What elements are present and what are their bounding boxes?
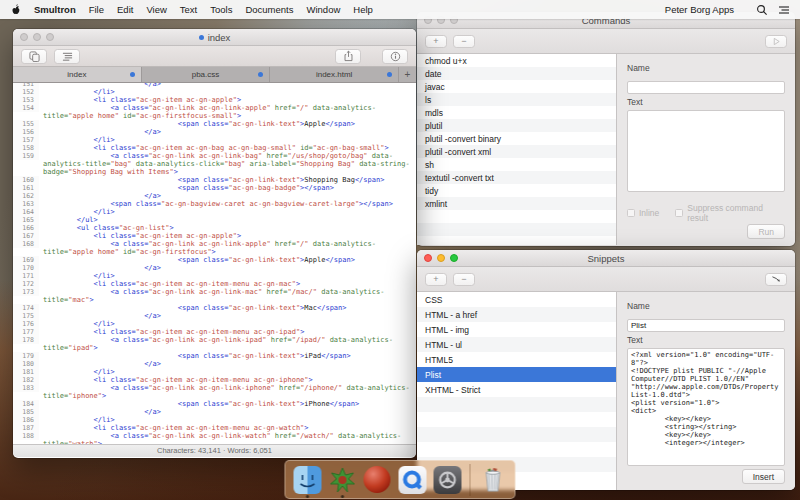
snippet-text-area[interactable]: <?xml version="1.0" encoding="UTF-8"?> <…: [627, 348, 785, 466]
inline-checkbox[interactable]: Inline: [627, 208, 659, 218]
remove-command-button[interactable]: −: [453, 35, 475, 48]
snippet-item[interactable]: Plist: [417, 367, 616, 382]
commands-detail-pane: Name Text Inline Suppress command result…: [617, 54, 795, 245]
menu-item-tools[interactable]: Tools: [210, 4, 232, 15]
command-empty-row: [417, 223, 616, 236]
tab-index.html[interactable]: index.html: [270, 67, 399, 82]
code-line: 168 <a class="ac-gn-link ac-gn-link-appl…: [13, 240, 416, 256]
tab-bar: indexpba.cssindex.html+: [13, 67, 416, 83]
remove-snippet-button[interactable]: −: [453, 273, 475, 286]
code-line: 154 <a class="ac-gn-link ac-gn-link-appl…: [13, 104, 416, 120]
code-line: 180 </a>: [13, 360, 416, 368]
menu-item-text[interactable]: Text: [180, 4, 197, 15]
menu-app-name[interactable]: Smultron: [34, 4, 76, 15]
menu-item-view[interactable]: View: [146, 4, 166, 15]
info-icon[interactable]: [382, 49, 408, 64]
share-icon[interactable]: [335, 49, 361, 64]
new-tab-button[interactable]: +: [399, 67, 416, 82]
code-editor[interactable]: 151 </a>152 </li>153 <li class="ac-gn-it…: [13, 83, 416, 444]
code-line: 173 <a class="ac-gn-link ac-gn-link-mac"…: [13, 288, 416, 304]
code-line: 172 <li class="ac-gn-item ac-gn-item-men…: [13, 280, 416, 288]
code-line: 160 <span class="ac-gn-link-text">Shoppi…: [13, 176, 416, 184]
command-item[interactable]: tidy: [417, 184, 616, 197]
editor-window: index indexpba.cssindex.html+ 151 </a>15…: [13, 29, 416, 458]
commands-toolbar: + −: [417, 29, 795, 54]
commands-window: Commands + − chmod u+xdatejavaclsmdlsplu…: [417, 12, 795, 246]
command-item[interactable]: javac: [417, 80, 616, 93]
search-icon[interactable]: [756, 4, 768, 16]
tab-index[interactable]: index: [13, 67, 142, 82]
code-line: 176 </li>: [13, 320, 416, 328]
snippets-window: Snippets + − CSSHTML - a hrefHTML - imgH…: [417, 250, 795, 490]
code-line: 158 <li class="ac-gn-item ac-gn-bag ac-g…: [13, 144, 416, 152]
apple-menu-icon[interactable]: [10, 3, 22, 16]
snippet-item[interactable]: CSS: [417, 292, 616, 307]
tab-pba.css[interactable]: pba.css: [142, 67, 271, 82]
quicktime-icon[interactable]: [398, 465, 427, 494]
snippet-name-input[interactable]: [627, 319, 785, 332]
smultron-icon[interactable]: [328, 465, 357, 494]
notification-center-icon[interactable]: [778, 4, 790, 16]
line-list-icon[interactable]: [54, 49, 80, 64]
snippet-item[interactable]: HTML - a href: [417, 307, 616, 322]
commands-list[interactable]: chmod u+xdatejavaclsmdlsplutilplutil -co…: [417, 54, 617, 245]
code-line: 163 <span class="ac-gn-bagview-caret ac-…: [13, 200, 416, 208]
menu-item-window[interactable]: Window: [307, 4, 341, 15]
menu-right-text[interactable]: Peter Borg Apps: [665, 4, 734, 15]
suppress-result-checkbox[interactable]: Suppress command result: [675, 203, 785, 223]
menu-item-help[interactable]: Help: [353, 4, 373, 15]
code-line: 157 </li>: [13, 136, 416, 144]
code-line: 183 <a class="ac-gn-link ac-gn-link-ipho…: [13, 384, 416, 400]
code-line: 177 <li class="ac-gn-item ac-gn-item-men…: [13, 328, 416, 336]
snippet-item[interactable]: XHTML - Strict: [417, 382, 616, 397]
command-item[interactable]: xmlint: [417, 197, 616, 210]
editor-titlebar[interactable]: index: [13, 29, 416, 46]
command-empty-row: [417, 236, 616, 245]
code-line: 167 <li class="ac-gn-item ac-gn-apple">: [13, 232, 416, 240]
command-item[interactable]: textutil -convert txt: [417, 171, 616, 184]
documents-icon[interactable]: [21, 49, 47, 64]
code-line: 185 </a>: [13, 408, 416, 416]
assign-shortcut-icon[interactable]: [765, 273, 787, 286]
red-sphere-icon[interactable]: [363, 465, 392, 494]
command-item[interactable]: mdls: [417, 106, 616, 119]
menu-item-documents[interactable]: Documents: [245, 4, 293, 15]
menu-item-edit[interactable]: Edit: [117, 4, 133, 15]
code-line: 169 <span class="ac-gn-link-text">Apple<…: [13, 256, 416, 264]
menu-item-file[interactable]: File: [89, 4, 104, 15]
run-command-play-button[interactable]: [765, 35, 787, 48]
editor-toolbar: [13, 46, 416, 67]
code-line: 181 </li>: [13, 368, 416, 376]
command-item[interactable]: ls: [417, 93, 616, 106]
code-line: 184 <span class="ac-gn-link-text">iPhone…: [13, 400, 416, 408]
command-name-input[interactable]: [627, 81, 785, 94]
trash-icon[interactable]: [479, 465, 508, 494]
snippet-item[interactable]: HTML - ul: [417, 337, 616, 352]
command-item[interactable]: plutil -convert binary: [417, 132, 616, 145]
code-line: 186 </li>: [13, 416, 416, 424]
add-snippet-button[interactable]: +: [425, 273, 447, 286]
command-item[interactable]: plutil -convert xml: [417, 145, 616, 158]
snippets-titlebar[interactable]: Snippets: [417, 250, 795, 267]
snippet-item[interactable]: HTML5: [417, 352, 616, 367]
add-command-button[interactable]: +: [425, 35, 447, 48]
code-line: 155 <span class="ac-gn-link-text">Apple<…: [13, 120, 416, 128]
insert-button[interactable]: Insert: [742, 469, 785, 484]
code-line: 178 <a class="ac-gn-link ac-gn-link-ipad…: [13, 336, 416, 352]
code-line: 152 </li>: [13, 88, 416, 96]
command-item[interactable]: plutil: [417, 119, 616, 132]
command-text-area[interactable]: [627, 110, 785, 192]
command-text-label: Text: [627, 97, 785, 107]
run-button[interactable]: Run: [747, 224, 785, 239]
dock: [285, 460, 516, 499]
command-empty-row: [417, 210, 616, 223]
menu-items: FileEditViewTextToolsDocumentsWindowHelp: [89, 4, 386, 15]
snippet-item[interactable]: HTML - img: [417, 322, 616, 337]
code-line: 170 </a>: [13, 264, 416, 272]
gear-app-icon[interactable]: [433, 465, 462, 494]
finder-icon[interactable]: [293, 465, 322, 494]
command-item[interactable]: sh: [417, 158, 616, 171]
command-item[interactable]: date: [417, 67, 616, 80]
command-item[interactable]: chmod u+x: [417, 54, 616, 67]
modified-dot-icon: [199, 35, 204, 40]
